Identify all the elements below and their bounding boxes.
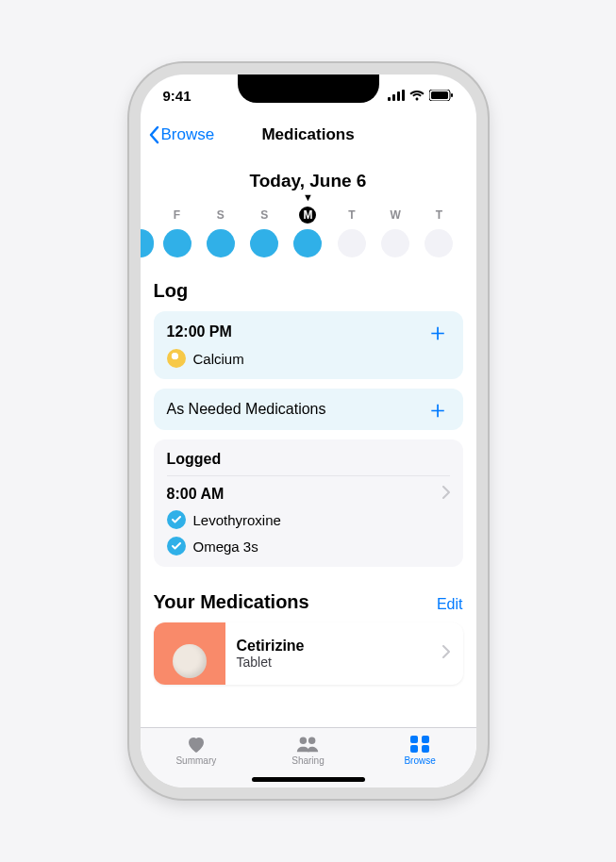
phone-frame: 9:41 Browse Medications [129,63,488,799]
day-label: W [390,207,400,224]
medication-card[interactable]: Cetirizine Tablet [154,622,463,685]
day-f[interactable]: F [158,207,197,257]
day-status-dot [293,229,322,257]
logged-med-name: Levothyroxine [193,512,281,528]
day-status-dot [381,229,409,257]
med-swatch [154,622,225,685]
svg-point-8 [308,738,315,744]
date-header: Today, June 6 [154,171,463,191]
logged-med-name: Omega 3s [193,539,258,555]
tab-sharing[interactable]: Sharing [270,734,345,766]
tab-browse[interactable]: Browse [382,734,458,766]
upcoming-time: 12:00 PM [167,323,232,340]
battery-icon [429,88,454,104]
tab-label: Browse [404,755,435,766]
day-status-dot [338,229,366,257]
content-area[interactable]: Today, June 6 ▼ F S S [141,154,476,727]
today-marker-icon: ▼ [154,193,463,201]
svg-rect-11 [410,745,418,753]
add-dose-button[interactable]: ＋ [425,323,450,341]
edit-button[interactable]: Edit [437,596,463,613]
pill-icon [167,349,186,368]
svg-rect-12 [422,745,429,753]
day-t1[interactable]: T [332,207,372,257]
svg-rect-6 [451,93,453,97]
upcoming-dose-card[interactable]: 12:00 PM ＋ Calcium [154,311,463,379]
week-strip[interactable]: F S S M T [154,207,463,257]
check-icon [167,537,186,555]
grid-icon [408,734,432,754]
day-status-dot [163,229,191,257]
nav-bar: Browse Medications [141,116,476,154]
chevron-right-icon [442,645,463,662]
add-as-needed-button[interactable]: ＋ [425,400,450,419]
svg-rect-2 [397,91,400,101]
page-title: Medications [261,125,354,144]
day-label: M [299,207,316,224]
logged-med-row[interactable]: Omega 3s [167,537,450,555]
screen: 9:41 Browse Medications [141,75,476,787]
logged-card[interactable]: Logged 8:00 AM Levothyroxine [154,439,463,567]
people-icon [295,734,320,754]
chevron-right-icon [442,486,450,503]
back-label: Browse [161,125,215,144]
svg-rect-0 [388,97,391,101]
svg-rect-3 [402,90,405,101]
day-w[interactable]: W [375,207,415,257]
svg-rect-10 [422,736,429,743]
tablet-icon [173,644,207,678]
chevron-left-icon [148,125,159,144]
home-indicator[interactable] [252,777,365,782]
svg-rect-9 [410,736,418,743]
back-button[interactable]: Browse [148,125,215,144]
tab-label: Sharing [291,755,324,766]
cellular-icon [388,88,405,104]
day-label: S [260,207,268,224]
status-indicators [388,88,454,104]
as-needed-label: As Needed Medications [167,401,326,418]
day-label: T [348,207,355,224]
day-s2[interactable]: S [244,207,284,257]
logged-header: Logged [167,451,450,476]
logged-time: 8:00 AM [167,486,225,503]
day-label: T [436,207,442,224]
day-label: S [217,207,225,224]
day-status-dot [425,229,453,257]
day-s1[interactable]: S [201,207,241,257]
as-needed-card[interactable]: As Needed Medications ＋ [154,389,463,430]
logged-med-row[interactable]: Levothyroxine [167,510,450,529]
day-status-dot [207,229,235,257]
svg-rect-5 [431,91,448,99]
heart-icon [184,734,208,754]
your-meds-title: Your Medications [154,591,309,613]
check-icon [167,510,186,529]
day-status-dot [250,229,278,257]
status-time: 9:41 [163,88,220,104]
tab-label: Summary [175,755,216,766]
med-form: Tablet [237,655,431,670]
day-m[interactable]: M [288,207,327,257]
notch [238,75,379,103]
upcoming-med-row[interactable]: Calcium [167,349,450,368]
svg-rect-1 [392,94,395,101]
upcoming-med-name: Calcium [193,351,244,367]
day-label: F [174,207,180,224]
log-section-title: Log [154,280,463,302]
wifi-icon [409,88,425,104]
week-overflow-dot[interactable] [141,229,154,257]
med-name: Cetirizine [237,638,431,655]
day-t2[interactable]: T [419,207,458,257]
tab-summary[interactable]: Summary [158,734,234,766]
svg-point-7 [300,738,307,744]
